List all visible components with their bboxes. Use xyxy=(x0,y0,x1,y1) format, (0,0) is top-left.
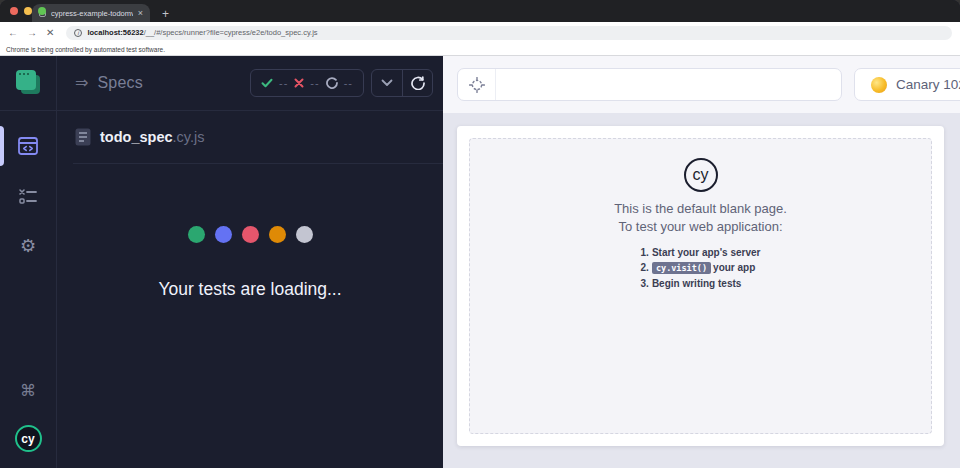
passed-count: -- xyxy=(279,77,288,89)
blank-page-steps: 1.Start your app's server 2.cy.visit()yo… xyxy=(641,245,761,291)
collapse-all-button[interactable] xyxy=(372,70,402,96)
cypress-app: ⚙ ⌘ cy ⇒ Specs -- xyxy=(0,56,960,468)
browser-toolbar: ← → ✕ i localhost:56232/__/#/specs/runne… xyxy=(0,22,960,43)
code-badge: cy.visit() xyxy=(652,262,711,274)
crosshair-icon xyxy=(469,77,485,93)
cypress-logo-icon: cy xyxy=(15,425,42,452)
sidebar-divider xyxy=(0,110,56,111)
loading-dot-orange xyxy=(269,226,286,243)
failed-x-icon xyxy=(294,78,304,88)
running-count: -- xyxy=(344,77,353,89)
keyboard-shortcuts-button[interactable]: ⌘ xyxy=(0,383,56,399)
sidebar-item-specs[interactable] xyxy=(0,135,56,157)
spec-file-ext: .cy.js xyxy=(173,129,205,145)
tab-title: cypress-example-todomvc xyxy=(51,9,133,18)
loading-state: Your tests are loading... xyxy=(57,226,443,300)
specs-window-icon xyxy=(17,135,39,157)
loading-dot-indigo xyxy=(215,226,232,243)
loading-dot-gray xyxy=(296,226,313,243)
running-icon xyxy=(326,77,338,89)
project-icon[interactable] xyxy=(16,70,42,96)
stop-icon[interactable]: ✕ xyxy=(46,28,54,38)
aut-url-input[interactable] xyxy=(496,69,841,100)
refresh-specs-button[interactable] xyxy=(402,70,432,96)
aut-frame: cy This is the default blank page. To te… xyxy=(457,126,944,446)
spec-row-todo-spec[interactable]: todo_spec.cy.js xyxy=(73,111,443,164)
gear-icon: ⚙ xyxy=(20,237,36,255)
spec-file-name: todo_spec xyxy=(100,129,173,145)
specs-actions xyxy=(371,69,433,97)
checklist-icon xyxy=(18,188,38,206)
browser-tab[interactable]: cypress-example-todomvc × xyxy=(32,4,150,22)
project-icon-front xyxy=(16,70,36,90)
default-blank-page: cy This is the default blank page. To te… xyxy=(469,138,932,434)
blank-page-line-2: To test your web application: xyxy=(470,218,931,236)
aut-url-bar xyxy=(457,68,842,101)
spec-stats-badge: -- -- -- xyxy=(250,69,364,97)
loading-dots xyxy=(57,226,443,243)
runner-panel: Canary 102 cy This is the default blank … xyxy=(443,56,960,468)
spec-file-icon xyxy=(75,128,91,146)
blank-step-1: 1.Start your app's server xyxy=(641,245,761,260)
runner-header: Canary 102 xyxy=(443,56,960,113)
browser-window: cypress-example-todomvc × + ← → ✕ i loca… xyxy=(0,0,960,468)
specs-list-icon: ⇒ xyxy=(75,75,88,91)
sidebar: ⚙ ⌘ cy xyxy=(0,56,57,468)
browser-select-label: Canary 102 xyxy=(896,77,960,92)
browser-titlebar: cypress-example-todomvc × + xyxy=(0,0,960,22)
forward-icon[interactable]: → xyxy=(27,28,37,38)
refresh-icon xyxy=(411,76,425,90)
loading-dot-green xyxy=(188,226,205,243)
cy-logo-icon: cy xyxy=(684,158,718,192)
specs-panel: ⇒ Specs -- -- -- xyxy=(57,56,443,468)
chevron-down-icon xyxy=(381,79,393,87)
url-text: localhost:56232/__/#/specs/runner?file=c… xyxy=(87,28,317,37)
specs-header: ⇒ Specs -- -- -- xyxy=(57,56,443,111)
automation-infobar: Chrome is being controlled by automated … xyxy=(0,43,960,56)
blank-step-3: 3.Begin writing tests xyxy=(641,276,761,291)
back-icon[interactable]: ← xyxy=(8,28,18,38)
blank-page-line-1: This is the default blank page. xyxy=(470,200,931,218)
window-controls xyxy=(10,7,46,15)
minimize-window-button[interactable] xyxy=(24,7,32,15)
selector-playground-button[interactable] xyxy=(458,69,496,100)
url-host: localhost:56232 xyxy=(87,28,143,37)
page-info-icon[interactable]: i xyxy=(74,29,82,37)
blank-step-2: 2.cy.visit()your app xyxy=(641,260,761,276)
browser-select-button[interactable]: Canary 102 xyxy=(854,68,960,101)
tab-close-icon[interactable]: × xyxy=(138,9,143,18)
command-icon: ⌘ xyxy=(20,383,36,399)
failed-count: -- xyxy=(310,77,319,89)
loading-text: Your tests are loading... xyxy=(57,279,443,300)
new-tab-button[interactable]: + xyxy=(162,8,169,20)
infobar-text: Chrome is being controlled by automated … xyxy=(6,46,165,53)
maximize-window-button[interactable] xyxy=(38,7,46,15)
url-path: /__/#/specs/runner?file=cypress/e2e/todo… xyxy=(144,28,318,37)
sidebar-item-runs[interactable] xyxy=(0,188,56,206)
specs-panel-title: Specs xyxy=(97,74,142,92)
aut-viewport: cy This is the default blank page. To te… xyxy=(443,113,960,468)
chrome-canary-icon xyxy=(871,77,887,93)
sidebar-item-settings[interactable]: ⚙ xyxy=(0,237,56,255)
address-bar[interactable]: i localhost:56232/__/#/specs/runner?file… xyxy=(66,26,952,40)
passed-check-icon xyxy=(261,78,273,88)
close-window-button[interactable] xyxy=(10,7,18,15)
loading-dot-red xyxy=(242,226,259,243)
cypress-logo-button[interactable]: cy xyxy=(0,425,56,452)
